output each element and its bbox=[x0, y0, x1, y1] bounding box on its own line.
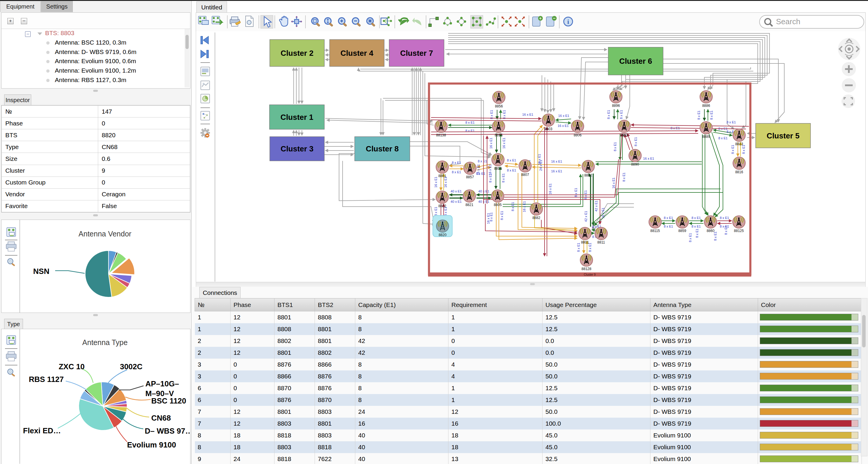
svg-text:8 x E1: 8 x E1 bbox=[465, 121, 474, 124]
svg-text:8811: 8811 bbox=[597, 240, 605, 244]
svg-text:8886: 8886 bbox=[702, 104, 710, 108]
svg-text:RBS 1127: RBS 1127 bbox=[29, 375, 64, 384]
svg-text:8802: 8802 bbox=[584, 173, 592, 177]
svg-text:−: − bbox=[553, 16, 556, 21]
svg-text:8 x E1: 8 x E1 bbox=[742, 145, 745, 154]
svg-text:NSN: NSN bbox=[33, 267, 50, 276]
svg-text:8 x E1: 8 x E1 bbox=[619, 110, 623, 119]
svg-text:Cluster 4: Cluster 4 bbox=[341, 49, 374, 58]
svg-text:16 x E1: 16 x E1 bbox=[444, 176, 447, 187]
svg-text:8 x E1: 8 x E1 bbox=[664, 225, 673, 228]
svg-text:ZXC 10: ZXC 10 bbox=[59, 362, 85, 371]
svg-text:8801: 8801 bbox=[581, 240, 589, 244]
svg-text:8 x E1: 8 x E1 bbox=[490, 110, 493, 119]
svg-text:88128: 88128 bbox=[582, 267, 591, 271]
svg-text:8821: 8821 bbox=[466, 203, 473, 207]
svg-text:8807: 8807 bbox=[521, 173, 529, 177]
svg-text:16 x E1: 16 x E1 bbox=[537, 154, 541, 165]
svg-text:8 x E1: 8 x E1 bbox=[502, 110, 506, 119]
svg-text:8 x E1: 8 x E1 bbox=[695, 228, 699, 238]
svg-text:AP–10G–: AP–10G– bbox=[145, 379, 179, 388]
svg-text:8 x E1: 8 x E1 bbox=[613, 142, 617, 151]
svg-text:Cluster 3: Cluster 3 bbox=[281, 144, 313, 153]
svg-text:Cluster 5: Cluster 5 bbox=[767, 132, 799, 140]
svg-text:8859: 8859 bbox=[678, 229, 686, 233]
svg-text:8 x E1: 8 x E1 bbox=[478, 160, 487, 163]
svg-text:8 x E1: 8 x E1 bbox=[574, 188, 578, 197]
svg-text:16 x E1: 16 x E1 bbox=[488, 164, 492, 175]
svg-text:8 x E1: 8 x E1 bbox=[634, 137, 638, 146]
svg-text:8 x E1: 8 x E1 bbox=[688, 233, 692, 242]
svg-text:8822: 8822 bbox=[438, 204, 446, 208]
svg-text:Cluster 7: Cluster 7 bbox=[400, 49, 433, 58]
svg-text:8 x E1: 8 x E1 bbox=[434, 207, 437, 216]
svg-text:8 x E1: 8 x E1 bbox=[501, 173, 505, 182]
svg-text:8856: 8856 bbox=[495, 104, 503, 108]
svg-text:8 x E1: 8 x E1 bbox=[718, 136, 727, 140]
svg-text:8851: 8851 bbox=[438, 174, 446, 178]
svg-text:8 x E1: 8 x E1 bbox=[452, 161, 461, 165]
svg-text:8 x E1: 8 x E1 bbox=[577, 243, 580, 252]
svg-text:8 x E1: 8 x E1 bbox=[507, 158, 516, 162]
svg-text:Cluster 8: Cluster 8 bbox=[366, 144, 399, 153]
svg-text:Antenna Vendor: Antenna Vendor bbox=[79, 230, 131, 238]
svg-text:Flexi ED…: Flexi ED… bbox=[23, 426, 61, 435]
svg-text:8855: 8855 bbox=[495, 133, 503, 137]
svg-text:16 x E1: 16 x E1 bbox=[522, 201, 526, 212]
svg-text:42 x E1: 42 x E1 bbox=[584, 211, 588, 222]
svg-text:Cluster 9: Cluster 9 bbox=[584, 273, 596, 276]
svg-text:8 x E1: 8 x E1 bbox=[731, 145, 735, 154]
svg-text:8 x E1: 8 x E1 bbox=[691, 225, 701, 228]
svg-text:8 x E1: 8 x E1 bbox=[622, 172, 626, 181]
svg-text:8883: 8883 bbox=[620, 133, 628, 137]
svg-text:88138: 88138 bbox=[436, 133, 446, 137]
svg-text:8806: 8806 bbox=[574, 133, 582, 137]
svg-text:88125: 88125 bbox=[734, 229, 744, 233]
svg-text:8820: 8820 bbox=[439, 233, 447, 237]
svg-text:+: + bbox=[539, 16, 542, 21]
svg-text:16 x E1: 16 x E1 bbox=[643, 157, 654, 160]
svg-text:Cluster 2: Cluster 2 bbox=[281, 49, 313, 58]
svg-text:8 x E1: 8 x E1 bbox=[724, 226, 728, 235]
svg-text:3002C: 3002C bbox=[120, 362, 143, 371]
svg-text:16 x E1: 16 x E1 bbox=[502, 138, 506, 148]
svg-text:8 x E1: 8 x E1 bbox=[511, 202, 515, 211]
svg-text:8 x E1: 8 x E1 bbox=[714, 231, 717, 240]
svg-text:8816: 8816 bbox=[735, 170, 743, 174]
svg-text:8 x E1: 8 x E1 bbox=[507, 169, 516, 172]
svg-text:8813: 8813 bbox=[735, 142, 743, 146]
svg-text:8889: 8889 bbox=[702, 135, 710, 139]
svg-text:16 x E1: 16 x E1 bbox=[549, 183, 552, 194]
svg-text:8 x E1: 8 x E1 bbox=[726, 120, 736, 124]
svg-text:8882: 8882 bbox=[532, 216, 540, 220]
svg-text:Evolium 9100: Evolium 9100 bbox=[127, 440, 176, 449]
svg-text:BSC 1120: BSC 1120 bbox=[151, 397, 186, 405]
svg-text:8896: 8896 bbox=[612, 104, 620, 108]
svg-text:8860: 8860 bbox=[707, 229, 715, 233]
svg-text:16 x E1: 16 x E1 bbox=[551, 160, 562, 163]
svg-text:8 x E1: 8 x E1 bbox=[500, 211, 503, 220]
svg-text:8 x E1: 8 x E1 bbox=[489, 212, 493, 221]
svg-text:16 x E1: 16 x E1 bbox=[551, 169, 562, 173]
svg-text:8 x E1: 8 x E1 bbox=[452, 170, 461, 174]
svg-text:8890: 8890 bbox=[631, 162, 639, 167]
svg-text:40 x E1: 40 x E1 bbox=[451, 190, 461, 193]
svg-text:8 x E1: 8 x E1 bbox=[710, 110, 713, 120]
svg-text:16 x E1: 16 x E1 bbox=[489, 138, 493, 148]
svg-text:Antenna Type: Antenna Type bbox=[82, 338, 128, 347]
svg-text:8805: 8805 bbox=[494, 203, 502, 207]
svg-text:16 x E1: 16 x E1 bbox=[558, 124, 568, 127]
svg-text:D– WBS 97…: D– WBS 97… bbox=[145, 427, 190, 435]
svg-text:8858: 8858 bbox=[494, 167, 502, 171]
svg-text:8 x E1: 8 x E1 bbox=[444, 207, 447, 216]
svg-text:8 x E1: 8 x E1 bbox=[691, 216, 701, 220]
svg-text:8 x E1: 8 x E1 bbox=[607, 110, 610, 119]
svg-text:40 x E1: 40 x E1 bbox=[451, 200, 461, 203]
svg-text:8857: 8857 bbox=[466, 175, 474, 179]
svg-text:8 x E1: 8 x E1 bbox=[697, 110, 701, 120]
svg-text:16 x E1: 16 x E1 bbox=[612, 177, 615, 188]
svg-text:16 x E1: 16 x E1 bbox=[522, 113, 533, 116]
svg-text:8 x E1: 8 x E1 bbox=[720, 216, 729, 220]
svg-text:16 x E1: 16 x E1 bbox=[434, 176, 437, 187]
svg-text:16 x E1: 16 x E1 bbox=[476, 164, 480, 175]
